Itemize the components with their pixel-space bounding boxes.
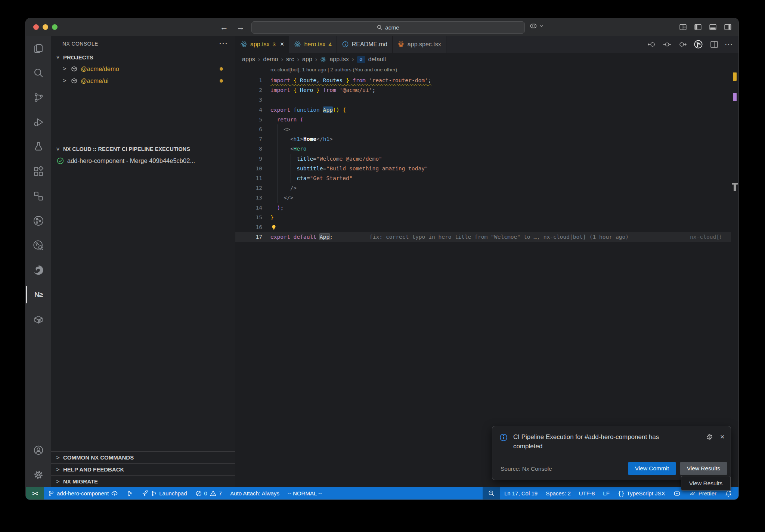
tab-hero-tsx[interactable]: hero.tsx 4: [289, 36, 337, 53]
language-mode-item[interactable]: {} TypeScript JSX: [614, 487, 669, 499]
code-line[interactable]: 17nx-cloud[bexport default App;fix: corr…: [235, 232, 731, 242]
code-line[interactable]: 16: [235, 222, 731, 232]
code-line[interactable]: 12 />: [235, 183, 731, 193]
edge-browser-icon[interactable]: [26, 258, 51, 282]
line-number[interactable]: 12: [235, 183, 262, 193]
explorer-icon[interactable]: [26, 36, 51, 61]
section-help-and-feedback[interactable]: > HELP AND FEEDBACK: [51, 463, 235, 475]
section-nx-migrate[interactable]: > NX MIGRATE: [51, 475, 235, 487]
view-results-button[interactable]: View Results: [680, 462, 727, 475]
pipeline-execution-item[interactable]: add-hero-component - Merge 409b44e5cb02.…: [51, 155, 235, 167]
view-commit-button[interactable]: View Commit: [628, 462, 676, 475]
history-back-icon[interactable]: ←: [220, 22, 228, 32]
line-number[interactable]: 15: [235, 213, 262, 222]
gitlens-back-icon[interactable]: [647, 40, 656, 49]
section-common-nx-commands[interactable]: > COMMON NX COMMANDS: [51, 451, 235, 463]
minimize-window-button[interactable]: [43, 24, 48, 30]
indentation-item[interactable]: Spaces: 2: [542, 487, 575, 499]
settings-gear-icon[interactable]: [26, 463, 51, 487]
code-line[interactable]: 3: [235, 95, 731, 105]
line-number[interactable]: 10: [235, 164, 262, 173]
split-editor-icon[interactable]: [710, 40, 719, 49]
line-number[interactable]: 13: [235, 193, 262, 202]
code-line[interactable]: 8 <Hero: [235, 144, 731, 154]
commit-graph-status-item[interactable]: [123, 487, 137, 499]
encoding-item[interactable]: UTF-8: [575, 487, 599, 499]
line-number[interactable]: 2: [235, 85, 262, 95]
code-line[interactable]: 13 </>: [235, 193, 731, 202]
container-tools-icon[interactable]: [26, 307, 51, 332]
tab-app-spec-tsx[interactable]: app.spec.tsx: [393, 36, 446, 53]
nx-console-icon[interactable]: N≥: [26, 282, 51, 307]
breadcrumb-item[interactable]: apps: [242, 56, 255, 63]
breadcrumb-item[interactable]: demo: [263, 56, 278, 63]
code-line[interactable]: 2import { Hero } from '@acme/ui';: [235, 85, 731, 95]
source-control-icon[interactable]: [26, 85, 51, 110]
maximize-window-button[interactable]: [52, 24, 58, 30]
toggle-sidebar-left-icon[interactable]: [694, 23, 702, 31]
zoom-indicator[interactable]: [483, 487, 500, 499]
notification-close-icon[interactable]: ×: [720, 432, 725, 441]
line-number[interactable]: 6: [235, 124, 262, 134]
more-actions-icon[interactable]: ···: [725, 41, 733, 48]
section-projects[interactable]: > PROJECTS: [51, 52, 235, 63]
run-debug-icon[interactable]: [26, 110, 51, 134]
line-number[interactable]: 5: [235, 115, 262, 124]
code-line[interactable]: 5 return (: [235, 115, 731, 124]
line-number[interactable]: 8: [235, 144, 262, 154]
accounts-icon[interactable]: [26, 438, 51, 463]
code-line[interactable]: 14 );: [235, 203, 731, 213]
nx-affected-projects-icon[interactable]: [26, 184, 51, 208]
notification-settings-gear-icon[interactable]: [706, 433, 713, 441]
line-number[interactable]: 7: [235, 134, 262, 144]
project-item-acme-ui[interactable]: > @acme/ui: [51, 75, 235, 87]
code-line[interactable]: 10 subtitle="Build something amazing tod…: [235, 164, 731, 173]
code-line[interactable]: 7 <h1>Home</h1>: [235, 134, 731, 144]
remote-indicator[interactable]: ><: [26, 487, 44, 499]
launchpad-item[interactable]: Launchpad: [137, 487, 191, 499]
code-editor[interactable]: nx-cloud[bot], 1 hour ago | 2 authors (Y…: [235, 66, 738, 487]
close-window-button[interactable]: [33, 24, 39, 30]
line-number[interactable]: 3: [235, 95, 262, 105]
line-number[interactable]: 14: [235, 203, 262, 213]
toggle-sidebar-right-icon[interactable]: [724, 23, 732, 31]
breadcrumb-item[interactable]: src: [286, 56, 294, 63]
code-line[interactable]: 15}: [235, 213, 731, 222]
history-forward-icon[interactable]: →: [236, 22, 245, 32]
gitlens-forward-icon[interactable]: [678, 40, 687, 49]
command-center-search[interactable]: acme: [251, 21, 525, 34]
testing-icon[interactable]: [26, 134, 51, 159]
auto-attach-item[interactable]: Auto Attach: Always: [226, 487, 284, 499]
lightbulb-icon[interactable]: [270, 224, 277, 231]
code-line[interactable]: 1import { Route, Routes } from 'react-ro…: [235, 75, 731, 85]
line-number[interactable]: 4: [235, 105, 262, 115]
graph-search-circle-icon[interactable]: [26, 233, 51, 258]
line-number[interactable]: 16: [235, 222, 262, 232]
vim-mode-item[interactable]: -- NORMAL --: [284, 487, 326, 499]
code-line[interactable]: 4export function App() {: [235, 105, 731, 115]
extensions-icon[interactable]: [26, 159, 51, 184]
breadcrumb-item[interactable]: app: [302, 56, 312, 63]
code-line[interactable]: 6 <>: [235, 124, 731, 134]
line-number[interactable]: 9: [235, 154, 262, 164]
line-number[interactable]: 1: [235, 75, 262, 85]
search-sidebar-icon[interactable]: [26, 61, 51, 85]
project-item-acme-demo[interactable]: > @acme/demo: [51, 63, 235, 75]
close-tab-icon[interactable]: ×: [280, 40, 284, 48]
problems-item[interactable]: 0 7: [191, 487, 226, 499]
commit-graph-circle-icon[interactable]: [26, 208, 51, 233]
copilot-menu[interactable]: [529, 22, 543, 30]
tab-app-tsx[interactable]: app.tsx 3 ×: [235, 36, 289, 53]
code-line[interactable]: 9 title="Welcome @acme/demo": [235, 154, 731, 164]
section-nx-cloud[interactable]: > NX CLOUD :: RECENT CI PIPELINE EXECUTI…: [51, 143, 235, 155]
cursor-position-item[interactable]: Ln 17, Col 19: [500, 487, 542, 499]
line-number[interactable]: 11: [235, 173, 262, 183]
breadcrumb-item[interactable]: default: [368, 56, 386, 63]
codelens-blame[interactable]: nx-cloud[bot], 1 hour ago | 2 authors (Y…: [270, 67, 397, 72]
eol-item[interactable]: LF: [599, 487, 614, 499]
commit-graph-icon[interactable]: [693, 39, 703, 49]
sidebar-more-actions-icon[interactable]: ···: [219, 40, 228, 48]
code-line[interactable]: 11 cta="Get Started": [235, 173, 731, 183]
line-number[interactable]: 17: [235, 232, 262, 242]
tab-readme-md[interactable]: README.md: [337, 36, 393, 53]
